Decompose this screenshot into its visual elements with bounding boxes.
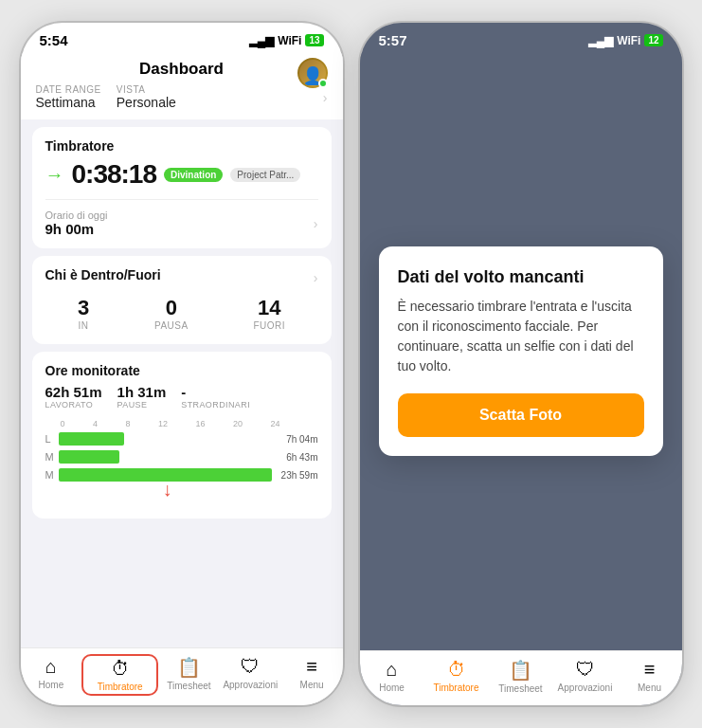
nav-timbratore-label-1: Timbratore (98, 682, 143, 692)
chart-bar-l (59, 432, 124, 446)
dentro-card: Chi è Dentro/Fuori › 3 IN 0 PAUSA 14 FUO… (32, 256, 332, 344)
stat-fuori: 14 FUORI (253, 296, 285, 331)
chart-val-l: 7h 04m (277, 434, 318, 445)
nav-menu-label-2: Menu (638, 682, 661, 693)
orario-value: 9h 00m (45, 221, 108, 237)
menu-icon-1: ≡ (306, 656, 317, 678)
date-range-item: DATE RANGE Settimana (36, 84, 101, 110)
dentro-chevron-icon[interactable]: › (314, 270, 318, 285)
nav-home-1[interactable]: ⌂ Home (21, 654, 82, 696)
timbratore-card: Timbratore → 0:38:18 Divination Project … (32, 127, 332, 248)
status-time-1: 5:54 (40, 32, 68, 48)
status-icons-2: ▂▄▆ WiFi 12 (588, 34, 663, 47)
tag-project[interactable]: Project Patr... (230, 168, 300, 182)
nav-timesheet-2[interactable]: 📋 Timesheet (489, 657, 553, 696)
ore-stats: 62h 51m LAVORATO 1h 31m PAUSE - STRAORDI… (45, 384, 318, 410)
ore-pause: 1h 31m PAUSE (117, 384, 167, 410)
nav-timbratore-1[interactable]: ⏱ Timbratore (81, 654, 158, 696)
approvazioni-icon-2: 🛡 (576, 659, 595, 681)
battery-badge-1: 13 (305, 34, 323, 46)
ore-lavorato-num: 62h 51m (45, 384, 102, 400)
chart-bar-m1 (59, 450, 119, 464)
bottom-nav-2: ⌂ Home ⏱ Timbratore 📋 Timesheet 🛡 Approv… (360, 650, 682, 705)
chart-bar-bg-l (59, 432, 277, 446)
timer-value: 0:38:18 (72, 159, 157, 190)
home-icon-2: ⌂ (386, 659, 397, 681)
nav-timesheet-1[interactable]: 📋 Timesheet (158, 654, 220, 696)
nav-timbratore-2[interactable]: ⏱ Timbratore (424, 657, 489, 696)
nav-timbratore-label-2: Timbratore (434, 682, 479, 693)
screen-2: Dati del volto mancanti È necessario tim… (360, 52, 682, 650)
nav-menu-2[interactable]: ≡ Menu (618, 657, 682, 696)
ore-straord: - STRAORDINARI (181, 384, 250, 410)
avatar-online-dot (318, 79, 328, 88)
nav-approvazioni-1[interactable]: 🛡 Approvazioni (220, 654, 281, 696)
stat-fuori-num: 14 (258, 296, 280, 320)
chart-row-l: L 7h 04m (45, 432, 318, 446)
timer-row: → 0:38:18 Divination Project Patr... (45, 159, 318, 190)
nav-timesheet-label-2: Timesheet (498, 683, 542, 694)
orario-chevron-icon[interactable]: › (314, 216, 318, 231)
chart-bar-bg-m2: ↓ (59, 468, 277, 482)
timbratore-icon-2: ⏱ (447, 659, 466, 681)
ore-lavorato: 62h 51m LAVORATO (45, 384, 102, 410)
stat-in-num: 3 (78, 296, 89, 320)
signal-icon-2: ▂▄▆ (588, 34, 614, 47)
timesheet-icon-1: 📋 (177, 656, 201, 679)
status-time-2: 5:57 (379, 32, 407, 48)
nav-home-label-2: Home (379, 682, 405, 693)
modal-body: È necessario timbrare l'entrata e l'usci… (398, 297, 644, 376)
ore-lavorato-label: LAVORATO (45, 400, 102, 410)
battery-badge-2: 12 (644, 34, 662, 46)
date-range-value: Settimana (36, 95, 101, 110)
timbratore-card-title: Timbratore (45, 138, 318, 154)
arrow-indicator-icon: ↓ (163, 480, 172, 499)
status-icons-1: ▂▄▆ WiFi 13 (249, 34, 324, 47)
dentro-card-title: Chi è Dentro/Fuori (45, 267, 161, 282)
approvazioni-icon-1: 🛡 (241, 656, 260, 678)
vista-value: Personale (117, 95, 176, 110)
orario-row: Orario di oggi 9h 00m › (45, 209, 318, 237)
nav-approvazioni-2[interactable]: 🛡 Approvazioni (553, 657, 618, 696)
avatar[interactable]: 👤 (297, 58, 328, 88)
tag-divination[interactable]: Divination (164, 168, 223, 182)
dashboard-title: Dashboard (36, 60, 328, 79)
header-chevron-icon[interactable]: › (323, 90, 328, 105)
ore-straord-label: STRAORDINARI (181, 400, 250, 410)
menu-icon-2: ≡ (644, 659, 656, 681)
chart-val-m1: 6h 43m (277, 452, 318, 463)
date-range-label: DATE RANGE (36, 84, 101, 95)
nav-approvazioni-label-2: Approvazioni (558, 682, 613, 693)
timer-arrow-icon: → (45, 164, 64, 186)
chart-row-m2: M ↓ 23h 59m (45, 468, 318, 482)
chart-val-m2: 23h 59m (277, 470, 318, 481)
nav-home-label-1: Home (39, 680, 64, 690)
nav-menu-1[interactable]: ≡ Menu (281, 654, 343, 696)
stat-pausa-num: 0 (166, 296, 177, 320)
home-icon: ⌂ (45, 656, 57, 678)
signal-icon: ▂▄▆ (249, 34, 275, 47)
wifi-icon-2: WiFi (617, 34, 640, 47)
stat-pausa-label: PAUSA (154, 320, 189, 331)
chart-label-m1: M (45, 451, 59, 463)
dentro-stats: 3 IN 0 PAUSA 14 FUORI (45, 288, 318, 333)
phone-2: 5:57 ▂▄▆ WiFi 12 Dati del volto mancanti… (360, 23, 682, 705)
modal-title: Dati del volto mancanti (398, 267, 644, 287)
timesheet-icon-2: 📋 (509, 659, 532, 682)
date-vista-row: DATE RANGE Settimana VISTA Personale › (36, 84, 328, 110)
nav-home-2[interactable]: ⌂ Home (360, 657, 424, 696)
ore-pause-num: 1h 31m (117, 384, 167, 400)
screen-1: Dashboard 👤 DATE RANGE Settimana VISTA P… (21, 52, 343, 647)
nav-timesheet-label-1: Timesheet (167, 681, 210, 691)
vista-item: VISTA Personale (117, 84, 176, 110)
scatta-foto-button[interactable]: Scatta Foto (398, 393, 644, 437)
stat-in-label: IN (79, 320, 89, 331)
wifi-icon: WiFi (278, 34, 301, 47)
chart-label-m2: M (45, 469, 59, 481)
status-bar-2: 5:57 ▂▄▆ WiFi 12 (360, 23, 682, 52)
modal-card: Dati del volto mancanti È necessario tim… (379, 246, 663, 456)
ore-straord-num: - (181, 384, 250, 400)
chart-row-m1: M 6h 43m (45, 450, 318, 464)
chart-label-l: L (45, 433, 59, 445)
phone-1: 5:54 ▂▄▆ WiFi 13 Dashboard 👤 DATE RANGE … (21, 23, 343, 705)
